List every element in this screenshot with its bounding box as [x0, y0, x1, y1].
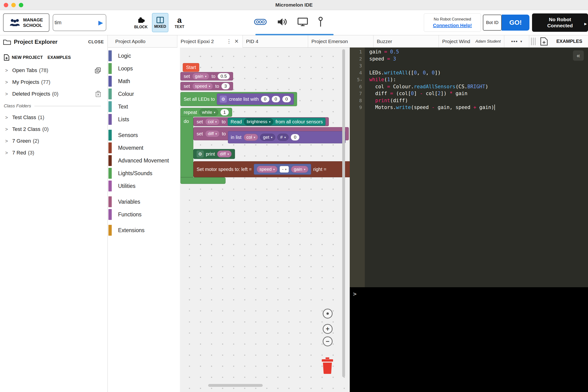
- block-canvas[interactable]: Start set gain▾ to 0.5 set speed▾ to 3 S…: [180, 48, 350, 392]
- variable-dropdown-col[interactable]: col▾: [205, 118, 220, 125]
- palette-category-lights-sounds[interactable]: Lights/Sounds: [108, 167, 180, 180]
- number-field[interactable]: 0.5: [217, 73, 230, 80]
- repeat-mode-dropdown[interactable]: while▾: [199, 109, 218, 116]
- mixed-mode-button[interactable]: MIXED: [152, 13, 168, 32]
- index-field[interactable]: 0: [291, 134, 299, 140]
- zoom-reset-button[interactable]: [323, 309, 333, 318]
- variable-dropdown-gain[interactable]: gain▾: [192, 73, 209, 80]
- palette-category-extensions[interactable]: Extensions: [108, 224, 180, 236]
- tab-project-epoxi-2[interactable]: Project Epoxi 2⋮✕: [177, 35, 243, 48]
- get-mode-dropdown[interactable]: get▾: [260, 134, 275, 141]
- sidebar-item-my-projects[interactable]: >My Projects(77): [0, 76, 107, 88]
- gear-icon[interactable]: ⚙: [220, 96, 227, 103]
- light-pin-view-icon[interactable]: [318, 17, 323, 27]
- robot-view-icon[interactable]: [254, 18, 267, 26]
- run-project-icon[interactable]: ▶: [98, 19, 103, 26]
- trash-close-icon[interactable]: [95, 91, 101, 97]
- block-set-all-leds[interactable]: Set all LEDs to ⚙ create list with 0 0 0: [181, 92, 297, 106]
- number-field[interactable]: 3: [221, 83, 230, 90]
- close-sidebar-button[interactable]: CLOSE: [88, 40, 104, 44]
- repeat-block-spine[interactable]: [181, 116, 193, 177]
- palette-category-sensors[interactable]: Sensors: [108, 129, 180, 142]
- no-robot-connected-button[interactable]: No Robot Connected ▶: [532, 14, 588, 32]
- tab-close-icon[interactable]: ✕: [234, 38, 239, 44]
- variable-dropdown-diff[interactable]: diff▾: [205, 130, 220, 137]
- code-editor[interactable]: 1gain = 0.52speed = 334LEDs.writeAll([0,…: [350, 48, 588, 287]
- class-folder-7-green[interactable]: >7 Green(2): [0, 135, 107, 147]
- block-create-list[interactable]: ⚙ create list with 0 0 0: [217, 94, 294, 105]
- sidebar-item-deleted-projects[interactable]: >Deleted Projects(0): [0, 88, 107, 100]
- palette-category-variables[interactable]: Variables: [108, 196, 180, 208]
- bot-id-input[interactable]: Bot ID: [483, 14, 502, 30]
- monitor-view-icon[interactable]: [297, 18, 308, 26]
- speaker-view-icon[interactable]: [277, 18, 287, 26]
- class-folder-test-class[interactable]: >Test Class(1): [0, 112, 107, 123]
- class-folder-test-2-class[interactable]: >Test 2 Class(0): [0, 123, 107, 135]
- list-item-field-1[interactable]: 0: [272, 96, 280, 102]
- palette-category-colour[interactable]: Colour: [108, 88, 180, 100]
- connection-help-link[interactable]: Connection Help!: [433, 23, 472, 28]
- tab-pid-4[interactable]: PID 4: [243, 35, 308, 47]
- repeat-block-footer[interactable]: [181, 177, 225, 184]
- minimize-window-button[interactable]: [11, 3, 16, 7]
- palette-category-logic[interactable]: Logic: [108, 50, 180, 62]
- project-name-input[interactable]: [55, 20, 98, 26]
- tab-menu-icon[interactable]: ⋮: [226, 38, 232, 44]
- block-set-gain[interactable]: set gain▾ to 0.5: [181, 72, 233, 80]
- palette-category-utilities[interactable]: Utilities: [108, 180, 180, 192]
- block-arithmetic[interactable]: speed▾ -▾ gain▾: [254, 164, 311, 175]
- palette-category-loops[interactable]: Loops: [108, 62, 180, 75]
- palette-category-movement[interactable]: Movement: [108, 142, 180, 154]
- block-in-list-get[interactable]: in list col▾ get▾ #▾ 0: [228, 131, 346, 144]
- palette-category-math[interactable]: Math: [108, 75, 180, 88]
- gear-icon[interactable]: ⚙: [197, 150, 204, 158]
- terminal-console[interactable]: >: [350, 287, 588, 392]
- palette-category-text[interactable]: Text: [108, 100, 180, 113]
- sensor-mode-dropdown[interactable]: brightness▾: [244, 118, 273, 125]
- tab-project-apollo[interactable]: Project Apollo: [112, 35, 177, 47]
- canvas-horizontal-scrollbar[interactable]: [208, 384, 263, 387]
- block-print[interactable]: ⚙ print diff▾: [193, 149, 235, 159]
- index-mode-dropdown[interactable]: #▾: [277, 134, 289, 141]
- examples-button[interactable]: EXAMPLES: [551, 35, 588, 47]
- tab-project-emerson[interactable]: Project Emerson: [308, 35, 374, 47]
- new-project-button[interactable]: NEW PROJECT: [4, 54, 43, 61]
- close-window-button[interactable]: [4, 3, 8, 7]
- sidebar-item-open-tabs[interactable]: >Open Tabs(78): [0, 64, 107, 76]
- variable-dropdown-diff[interactable]: diff▾: [217, 150, 232, 158]
- new-tab-button[interactable]: [537, 35, 551, 47]
- block-read-colour-sensors[interactable]: Read brightness▾ from all colour sensors: [228, 118, 326, 126]
- zoom-in-button[interactable]: +: [323, 324, 333, 334]
- tab-drag-handle[interactable]: [529, 35, 537, 47]
- block-repeat-while-header[interactable]: repeat while▾ 1: [181, 108, 232, 117]
- tab-buzzer[interactable]: Buzzer: [374, 35, 439, 47]
- collapse-editor-button[interactable]: «: [573, 50, 584, 61]
- block-set-motor-speeds[interactable]: Set motor speeds to: left = speed▾ -▾ ga…: [193, 161, 350, 177]
- panel-expand-icon[interactable]: ▶: [584, 21, 587, 27]
- block-set-diff[interactable]: set diff▾ to in list col▾ get▾ #▾ 0: [193, 127, 349, 140]
- manage-school-button[interactable]: MANAGE SCHOOL: [3, 14, 49, 32]
- block-set-col[interactable]: set col▾ to Read brightness▾ from all co…: [193, 117, 329, 126]
- palette-category-advanced-movement[interactable]: Advanced Movement: [108, 154, 180, 167]
- tab-overflow-button[interactable]: •••▾: [504, 35, 529, 47]
- operator-dropdown[interactable]: -▾: [280, 166, 289, 172]
- tab-project-wind[interactable]: Project WindAdam Student: [439, 35, 504, 47]
- block-mode-button[interactable]: BLOCK: [133, 13, 149, 32]
- fold-marker-icon[interactable]: ▾: [360, 79, 362, 82]
- list-item-field-2[interactable]: 0: [282, 96, 291, 102]
- variable-dropdown-col[interactable]: col▾: [244, 134, 258, 141]
- variable-dropdown-speed[interactable]: speed▾: [257, 166, 278, 173]
- palette-category-functions[interactable]: Functions: [108, 208, 180, 221]
- class-folder-7-red[interactable]: >7 Red(3): [0, 147, 107, 159]
- trash-button[interactable]: [321, 358, 334, 374]
- canvas-vertical-scrollbar[interactable]: [342, 49, 345, 377]
- list-item-field-0[interactable]: 0: [261, 96, 270, 102]
- zoom-out-button[interactable]: −: [323, 336, 333, 346]
- block-set-speed[interactable]: set speed▾ to 3: [181, 82, 233, 90]
- sidebar-examples-button[interactable]: EXAMPLES: [47, 55, 71, 60]
- text-mode-button[interactable]: a TEXT: [171, 13, 188, 32]
- block-start[interactable]: Start: [183, 63, 199, 72]
- condition-field[interactable]: 1: [220, 109, 229, 116]
- duplicate-close-icon[interactable]: [95, 67, 101, 74]
- maximize-window-button[interactable]: [19, 3, 23, 7]
